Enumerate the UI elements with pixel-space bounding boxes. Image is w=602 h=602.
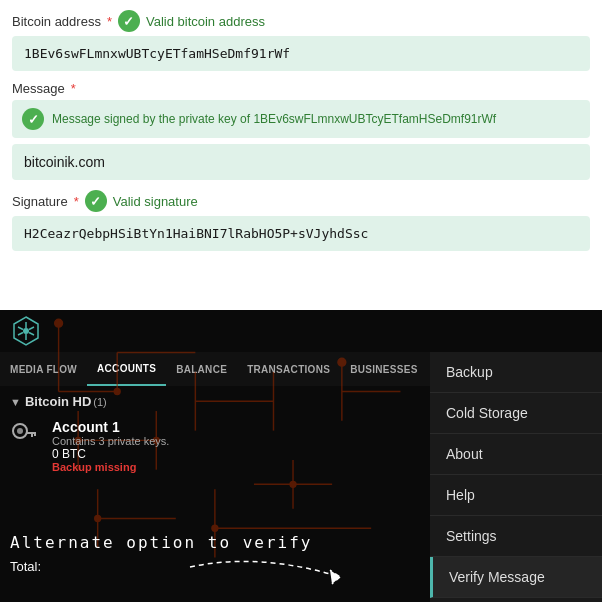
account-row: Account 1 Contains 3 private keys. 0 BTC… (10, 415, 420, 477)
bitcoin-address-text: Bitcoin address (12, 14, 101, 29)
account-sub: Contains 3 private keys. (52, 435, 420, 447)
bitcoin-hd-label: Bitcoin HD (25, 394, 91, 409)
signature-label: Signature * Valid signature (12, 190, 590, 212)
message-check-icon (22, 108, 44, 130)
svg-line-33 (29, 327, 34, 330)
key-icon (10, 419, 38, 447)
message-required: * (71, 81, 76, 96)
right-menu-panel: Backup Cold Storage About Help Settings … (430, 352, 602, 602)
top-section: Bitcoin address * Valid bitcoin address … (0, 0, 602, 310)
svg-line-30 (18, 327, 23, 330)
expand-arrow: ▼ (10, 396, 21, 408)
menu-cold-storage[interactable]: Cold Storage (430, 393, 602, 434)
bitcoin-hd-row: ▼ Bitcoin HD (1) (10, 394, 420, 409)
bitcoin-address-label: Bitcoin address * Valid bitcoin address (12, 10, 590, 32)
account-info: Account 1 Contains 3 private keys. 0 BTC… (52, 419, 420, 473)
arrow-annotation (180, 542, 400, 592)
message-desc-box: Message signed by the private key of 1BE… (12, 100, 590, 138)
backup-missing: Backup missing (52, 461, 420, 473)
app-header (0, 310, 602, 352)
nav-transactions[interactable]: TRANSACTIONS (237, 352, 340, 386)
message-signed-text: Message signed by the private key of 1BE… (52, 112, 496, 126)
account-title: Account 1 (52, 419, 420, 435)
valid-address-text: Valid bitcoin address (146, 14, 265, 29)
menu-backup[interactable]: Backup (430, 352, 602, 393)
nav-balance[interactable]: BALANCE (166, 352, 237, 386)
menu-about[interactable]: About (430, 434, 602, 475)
signature-check-icon (85, 190, 107, 212)
menu-help[interactable]: Help (430, 475, 602, 516)
account-btc: 0 BTC (52, 447, 420, 461)
valid-signature-text: Valid signature (113, 194, 198, 209)
nav-media-flow[interactable]: MEDIA FLOW (0, 352, 87, 386)
svg-point-35 (17, 428, 23, 434)
signature-input[interactable]: H2CeazrQebpHSiBtYn1HaiBNI7lRabHO5P+sVJyh… (12, 216, 590, 251)
left-panel: ▼ Bitcoin HD (1) Account 1 Contains 3 pr… (0, 386, 430, 602)
signature-text: Signature (12, 194, 68, 209)
valid-check-icon (118, 10, 140, 32)
required-marker: * (107, 14, 112, 29)
nav-accounts[interactable]: ACCOUNTS (87, 352, 166, 386)
message-text: Message (12, 81, 65, 96)
bitcoin-address-input[interactable]: 1BEv6swFLmnxwUBTcyETfamHSeDmf91rWf (12, 36, 590, 71)
signature-required: * (74, 194, 79, 209)
message-label: Message * (12, 81, 590, 96)
svg-marker-39 (330, 570, 340, 584)
app-logo-icon (10, 315, 42, 347)
menu-settings[interactable]: Settings (430, 516, 602, 557)
nav-businesses[interactable]: BUSINESSES (340, 352, 427, 386)
bottom-section: MEDIA FLOW ACCOUNTS BALANCE TRANSACTIONS… (0, 310, 602, 602)
svg-line-32 (18, 333, 23, 336)
svg-point-27 (23, 328, 29, 334)
menu-verify-message[interactable]: Verify Message (430, 557, 602, 598)
bitcoin-hd-count: (1) (93, 396, 106, 408)
total-text: Total: (10, 559, 41, 574)
svg-line-31 (29, 333, 34, 336)
message-input[interactable]: bitcoinik.com (12, 144, 590, 180)
